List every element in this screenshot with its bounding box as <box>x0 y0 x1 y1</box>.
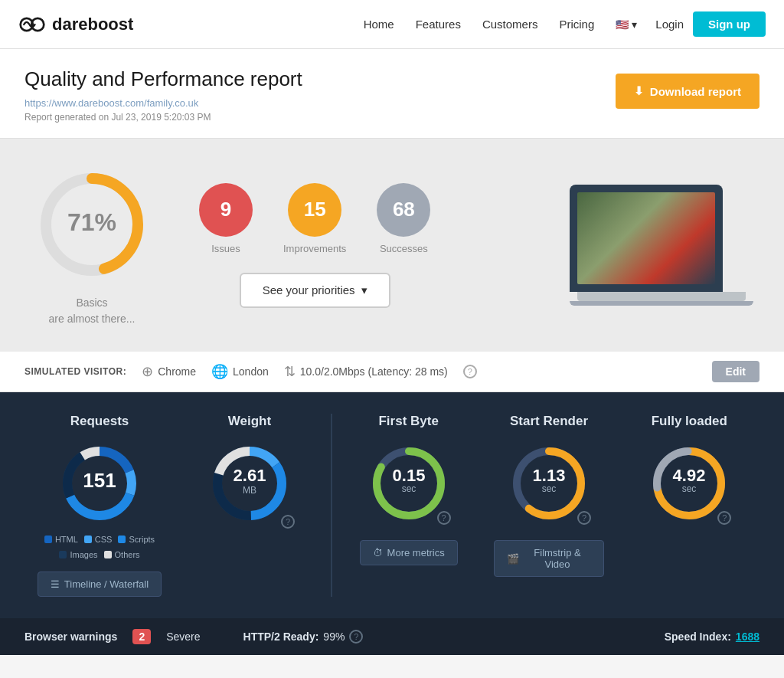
start-render-donut: 1.13 sec ? <box>507 441 591 528</box>
metrics-dark-section: Requests 151 HTML CSS Scripts Images Oth… <box>0 392 784 618</box>
nav-pricing[interactable]: Pricing <box>559 18 594 31</box>
svg-text:sec: sec <box>682 483 697 494</box>
weight-help-icon[interactable]: ? <box>281 515 295 529</box>
first-byte-donut: 0.15 sec ? <box>367 441 451 528</box>
report-url: https://www.dareboost.com/family.co.uk <box>24 97 302 109</box>
brand-name: dareboost <box>52 15 133 34</box>
improvements-item: 15 Improvements <box>283 183 346 254</box>
svg-text:151: 151 <box>83 469 116 492</box>
svg-text:sec: sec <box>542 483 557 494</box>
login-button[interactable]: Login <box>655 18 684 31</box>
priorities-label: See your priorities <box>263 283 355 296</box>
issues-count: 9 <box>220 198 231 221</box>
signup-button[interactable]: Sign up <box>693 11 766 37</box>
legend-html: HTML <box>44 535 78 544</box>
successes-item: 68 Successes <box>377 183 430 254</box>
brand-icon <box>18 14 46 35</box>
browser-warnings-label: Browser warnings <box>24 631 117 643</box>
browser-name: Chrome <box>158 365 196 378</box>
screenshot-wrap <box>570 185 753 306</box>
globe-icon: 🌐 <box>211 363 228 380</box>
issues-circle: 9 <box>199 183 253 237</box>
fully-loaded-col: Fully loaded 4.92 sec ? <box>619 414 760 528</box>
laptop-screen <box>570 185 723 292</box>
score-percent-text: 71% <box>67 208 116 236</box>
weight-title: Weight <box>228 414 271 429</box>
speed-index-value[interactable]: 1688 <box>736 631 760 643</box>
svg-text:4.92: 4.92 <box>673 466 706 485</box>
download-label: Download report <box>650 85 741 98</box>
report-header-left: Quality and Performance report https://w… <box>24 67 302 123</box>
language-selector[interactable]: 🇺🇸 ▾ <box>616 18 637 31</box>
svg-text:2.61: 2.61 <box>234 466 266 485</box>
score-label: Basics are almost there... <box>49 295 136 327</box>
start-render-help-icon[interactable]: ? <box>577 511 591 525</box>
location-item: 🌐 London <box>211 363 269 380</box>
more-metrics-button[interactable]: ⏱ More metrics <box>360 540 458 565</box>
requests-title: Requests <box>70 414 129 429</box>
legend-others-label: Others <box>115 550 140 559</box>
fully-loaded-help-icon[interactable]: ? <box>717 511 731 525</box>
website-preview <box>577 192 715 284</box>
help-icon[interactable]: ? <box>463 365 477 378</box>
issues-label: Issues <box>211 243 240 254</box>
svg-text:sec: sec <box>401 483 416 494</box>
first-byte-help: ? <box>437 511 451 525</box>
legend-scripts-label: Scripts <box>129 535 155 544</box>
nav-links: Home Features Customers Pricing 🇺🇸 ▾ <box>364 18 638 31</box>
requests-legend: HTML CSS Scripts Images Others <box>34 535 165 559</box>
fully-loaded-donut: 4.92 sec ? <box>647 441 731 528</box>
weight-col: Weight 2.61 MB ? <box>175 414 325 555</box>
svg-text:0.15: 0.15 <box>392 466 425 485</box>
nav-customers[interactable]: Customers <box>482 18 538 31</box>
warnings-count-badge: 2 <box>132 629 151 644</box>
http2-value: 99% <box>323 631 345 643</box>
fully-loaded-title: Fully loaded <box>652 414 727 429</box>
navbar: dareboost Home Features Customers Pricin… <box>0 0 784 49</box>
legend-others: Others <box>104 550 140 559</box>
legend-html-label: HTML <box>55 535 78 544</box>
issues-item: 9 Issues <box>199 183 253 254</box>
improvements-count: 15 <box>304 198 326 221</box>
laptop-foot <box>570 301 753 306</box>
legend-css-label: CSS <box>95 535 113 544</box>
bottom-bar: Browser warnings 2 Severe HTTP/2 Ready: … <box>0 618 784 655</box>
visitor-bar: SIMULATED VISITOR: ⊕ Chrome 🌐 London ⇅ 1… <box>0 352 784 392</box>
svg-text:1.13: 1.13 <box>533 466 566 485</box>
download-icon: ⬇ <box>634 84 644 98</box>
legend-images-label: Images <box>70 550 97 559</box>
requests-col: Requests 151 HTML CSS Scripts Images Oth… <box>24 414 175 597</box>
speed-index-label: Speed Index: <box>665 631 731 643</box>
location-name: London <box>233 365 269 378</box>
download-report-button[interactable]: ⬇ Download report <box>616 74 760 109</box>
first-byte-title: First Byte <box>378 414 438 429</box>
http2-help-icon[interactable]: ? <box>349 630 363 644</box>
dropdown-arrow: ▾ <box>632 18 637 31</box>
score-donut-svg: 71% <box>31 163 153 286</box>
timeline-icon: ☰ <box>51 578 60 590</box>
filmstrip-label: Filmstrip & Video <box>524 547 590 570</box>
speed-value: 10.0/2.0Mbps (Latency: 28 ms) <box>300 365 448 378</box>
fully-loaded-help: ? <box>717 511 731 525</box>
requests-donut-svg: 151 <box>57 441 142 526</box>
edit-button[interactable]: Edit <box>712 361 760 382</box>
nav-home[interactable]: Home <box>364 18 394 31</box>
successes-count: 68 <box>393 198 415 221</box>
laptop-base <box>577 292 746 301</box>
see-priorities-button[interactable]: See your priorities ▾ <box>240 273 390 308</box>
start-render-col: Start Render 1.13 sec ? 🎬 Filmstrip & Vi… <box>479 414 619 577</box>
score-subtitle1: Basics <box>76 296 107 309</box>
timeline-waterfall-button[interactable]: ☰ Timeline / Waterfall <box>38 572 162 597</box>
improvements-circle: 15 <box>288 183 341 237</box>
timeline-label: Timeline / Waterfall <box>64 578 149 590</box>
first-byte-help-icon[interactable]: ? <box>437 511 451 525</box>
flag-icon: 🇺🇸 <box>616 18 629 31</box>
nav-features[interactable]: Features <box>416 18 461 31</box>
successes-circle: 68 <box>377 183 430 237</box>
brand-logo[interactable]: dareboost <box>18 14 133 35</box>
speed-index-section: Speed Index: 1688 <box>665 631 760 643</box>
weight-donut-svg: 2.61 MB <box>207 441 292 526</box>
start-render-title: Start Render <box>510 414 588 429</box>
filmstrip-video-button[interactable]: 🎬 Filmstrip & Video <box>494 540 603 577</box>
first-byte-col: First Byte 0.15 sec ? ⏱ More metrics <box>338 414 479 565</box>
